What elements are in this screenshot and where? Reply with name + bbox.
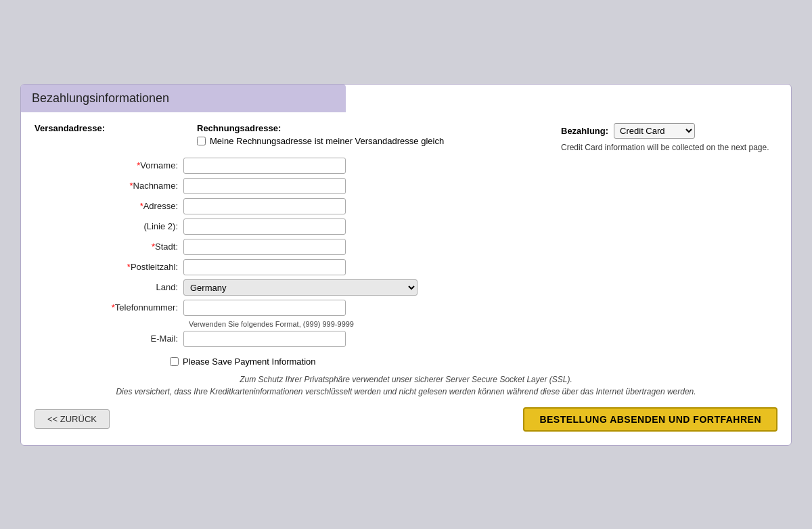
billing-label: Rechnungsadresse: [197,123,547,133]
save-payment-label: Please Save Payment Information [183,356,316,367]
payment-label: Bezahlung: [561,126,608,136]
land-label: Land: [35,282,183,292]
payment-col: Bezahlung: Credit Card PayPal Bank Trans… [547,123,777,152]
linie2-label: (Linie 2): [35,221,183,231]
section-title: Bezahlungsinformationen [32,91,169,105]
button-row: << ZURÜCK BESTELLUNG ABSENDEN UND FORTFA… [21,407,791,432]
nachname-input[interactable] [183,178,346,194]
email-label: E-Mail: [35,334,183,344]
postleitzahl-input[interactable] [183,259,346,275]
stadt-label: *Stadt: [35,242,183,252]
adresse-input[interactable] [183,198,346,214]
save-payment-checkbox[interactable] [170,357,179,366]
billing-address-col: Rechnungsadresse: Meine Rechnungsadresse… [197,123,547,146]
section-header: Bezahlungsinformationen [21,85,346,112]
nachname-row: *Nachname: [35,178,777,194]
nachname-label: *Nachname: [35,181,183,191]
telefon-hint: Verwenden Sie folgendes Format, (999) 99… [189,320,777,328]
shipping-address-col: Versandadresse: [35,123,197,136]
telefon-label: *Telefonnummer: [35,302,183,313]
email-input[interactable] [183,331,346,347]
submit-button[interactable]: BESTELLUNG ABSENDEN UND FORTFAHREN [523,407,777,432]
cc-info-text: Credit Card information will be collecte… [561,143,769,152]
form-section: *Vorname: *Nachname: *Adresse: (Linie 2)… [21,158,791,347]
billing-same-label: Meine Rechnungsadresse ist meiner Versan… [210,136,444,146]
stadt-input[interactable] [183,239,346,255]
payment-row: Bezahlung: Credit Card PayPal Bank Trans… [561,123,695,139]
land-row: Land: Germany Austria Switzerland France… [35,279,777,296]
vorname-row: *Vorname: [35,158,777,174]
payment-select[interactable]: Credit Card PayPal Bank Transfer [614,123,695,139]
adresse-row: *Adresse: [35,198,777,214]
linie2-row: (Linie 2): [35,218,777,235]
save-payment-row: Please Save Payment Information [170,356,791,367]
billing-same-checkbox[interactable] [197,137,206,145]
top-row: Versandadresse: Rechnungsadresse: Meine … [21,123,791,152]
security-line1: Zum Schutz Ihrer Privatsphäre verwendet … [240,375,572,384]
adresse-label: *Adresse: [35,201,183,211]
billing-same-row: Meine Rechnungsadresse ist meiner Versan… [197,136,547,146]
vorname-input[interactable] [183,158,346,174]
land-select[interactable]: Germany Austria Switzerland France Italy… [183,279,418,296]
email-row: E-Mail: [35,331,777,347]
shipping-label: Versandadresse: [35,123,197,133]
linie2-input[interactable] [183,218,346,235]
postleitzahl-label: *Postleitzahl: [35,262,183,272]
vorname-label: *Vorname: [35,160,183,170]
payment-form-container: Bezahlungsinformationen Versandadresse: … [20,84,792,446]
security-text: Zum Schutz Ihrer Privatsphäre verwendet … [21,373,791,398]
security-line2: Dies versichert, dass Ihre Kreditkarteni… [116,387,696,396]
back-button[interactable]: << ZURÜCK [35,409,110,429]
telefon-input[interactable] [183,300,346,316]
telefon-row: *Telefonnummer: [35,300,777,316]
postleitzahl-row: *Postleitzahl: [35,259,777,275]
stadt-row: *Stadt: [35,239,777,255]
